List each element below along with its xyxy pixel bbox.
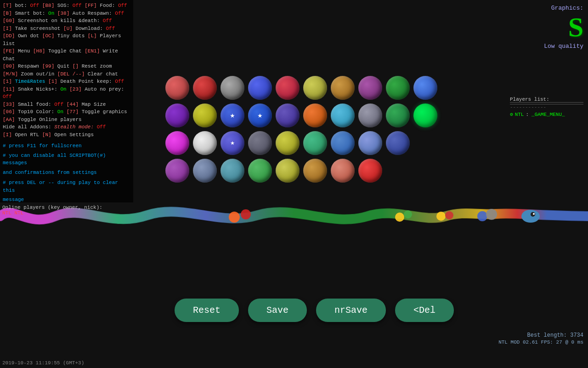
color-option[interactable]	[303, 159, 327, 183]
left-info-panel: [T] bot: Off [B8] SOS: Off [FF] Food: Of…	[0, 0, 133, 202]
color-option[interactable]	[358, 131, 382, 155]
color-option[interactable]	[386, 131, 410, 155]
svg-point-0	[229, 212, 240, 223]
quality-label: Low quality	[501, 43, 583, 50]
color-option[interactable]	[358, 76, 382, 100]
snake-svg	[0, 198, 588, 235]
info-line-12: [06] Top10 Color: On [77] Toggle graphic…	[3, 108, 130, 116]
color-option[interactable]	[193, 104, 217, 127]
color-option[interactable]	[331, 104, 355, 127]
svg-point-7	[486, 209, 497, 220]
svg-point-10	[533, 213, 535, 215]
color-option[interactable]	[165, 159, 189, 183]
online-players-section: Online players (key owner, nick): NTL NT…	[2, 205, 102, 216]
info-line-1: [T] bot: Off [B8] SOS: Off [FF] Food: Of…	[3, 2, 130, 10]
color-option[interactable]	[386, 104, 410, 127]
info-line-5: [DD] Own dot [OC] Tiny dots [L] Players …	[3, 32, 130, 47]
info-line-8: [M/N] Zoom out/in [DEL /--] Clear chat	[3, 70, 130, 78]
graphics-panel: Graphics: S Low quality	[496, 0, 588, 54]
info-line-13: [AA] Toggle Online players	[3, 116, 130, 124]
color-option[interactable]: ★	[248, 104, 272, 127]
info-line-4: [I] Take screenshot [U] Download: Off	[3, 25, 130, 33]
color-option[interactable]	[276, 76, 300, 100]
player-ntl-2: NTL	[14, 210, 23, 216]
color-option[interactable]	[358, 159, 382, 183]
press-disable-line2: and confirmations from settings	[3, 169, 130, 177]
info-line-3: [G0] Screenshot on kills &death: Off	[3, 17, 130, 25]
color-option[interactable]	[386, 76, 410, 100]
color-option[interactable]	[248, 159, 272, 183]
info-line-10: [11] Snake Nicks+: On [23] Auto no prey:…	[3, 86, 130, 101]
graphics-label: Graphics:	[501, 5, 583, 12]
color-option[interactable]	[220, 159, 244, 183]
snake-wave-area	[0, 198, 588, 235]
player-ntl-1: NTL	[2, 210, 11, 216]
player-name: NTL	[515, 112, 524, 117]
fps-line: NTL MOD 02.61 FPS: 27 @ 0 ms	[498, 339, 583, 345]
svg-point-2	[395, 213, 404, 222]
color-option[interactable]	[193, 159, 217, 183]
color-option[interactable]	[276, 131, 300, 155]
info-line-7: [00] Respawn [99] Quit [] Reset zoom	[3, 63, 130, 70]
color-option[interactable]	[358, 104, 382, 127]
player-gear-icon: ⚙	[510, 111, 513, 117]
info-line-6: [FE] Menu [H8] Toggle Chat [EN1] Write C…	[3, 47, 130, 63]
nrsave-button[interactable]: nrSave	[316, 299, 386, 322]
info-line-14: Hide all Addons: Stealth mode: Off	[3, 123, 130, 131]
color-option[interactable]	[165, 104, 189, 127]
svg-point-5	[445, 211, 453, 219]
color-option[interactable]	[413, 104, 437, 127]
svg-point-3	[404, 210, 412, 218]
online-players-label: Online players (key owner, nick):	[2, 205, 102, 210]
color-option[interactable]: ★	[220, 131, 244, 155]
color-option[interactable]	[331, 131, 355, 155]
svg-point-8	[521, 210, 540, 223]
color-option[interactable]	[413, 76, 437, 100]
color-option[interactable]	[303, 131, 327, 155]
svg-point-1	[241, 209, 251, 219]
reset-button[interactable]: Reset	[175, 299, 239, 322]
save-button[interactable]: Save	[248, 299, 307, 322]
color-option[interactable]	[303, 76, 327, 100]
del-button[interactable]: <Del	[395, 299, 454, 322]
players-list-divider: ------------	[510, 104, 583, 110]
timestamp: 2019-10-23 11:19:55 (GMT+3)	[2, 360, 84, 366]
player-entry-ntl: ⚙ NTL : _GAME_MENU_	[510, 111, 583, 117]
player-separator: :	[526, 112, 529, 117]
press-disable-line: # you can disable all SCRIPTBOT(#) messa…	[3, 152, 130, 167]
press-f11-line: # press F11 for fullscreen	[3, 142, 130, 150]
color-option[interactable]	[165, 131, 189, 155]
color-option[interactable]	[276, 159, 300, 183]
bottom-stats-panel: Best length: 3734 NTL MOD 02.61 FPS: 27 …	[498, 332, 583, 345]
color-selection-grid: ★ ★ ★	[165, 76, 439, 184]
info-line-9: [1] Time&Rates [1] Death Point keep: Off	[3, 78, 130, 86]
color-option[interactable]	[276, 104, 300, 127]
info-line-15: [I] Open RTL [N] Open Settings	[3, 131, 130, 139]
color-option[interactable]	[193, 131, 217, 155]
info-line-2: [B] Smart bot: On [38] Auto Respawn: Off	[3, 10, 130, 17]
color-option[interactable]	[248, 131, 272, 155]
color-option[interactable]	[193, 76, 217, 100]
info-line-11: [33] Small food: Off [44] Map Size	[3, 101, 130, 109]
press-del-line: # press DEL or -- during play to clear t…	[3, 179, 130, 194]
color-option[interactable]	[220, 76, 244, 100]
svg-point-4	[436, 212, 446, 221]
color-option[interactable]	[165, 76, 189, 100]
player-extra: _GAME_MENU_	[531, 112, 565, 117]
best-length-label: Best length: 3734	[498, 332, 583, 339]
players-list-title: Players list:	[510, 97, 583, 103]
players-list-panel: Players list: ------------ ⚙ NTL : _GAME…	[510, 97, 583, 117]
online-players-names: NTL NTL	[2, 210, 102, 216]
svg-point-6	[477, 211, 487, 221]
action-buttons: Reset Save nrSave <Del	[175, 299, 454, 322]
color-option[interactable]: ★	[220, 104, 244, 127]
color-option[interactable]	[331, 159, 355, 183]
color-option[interactable]	[248, 76, 272, 100]
snake-logo: S	[501, 13, 583, 41]
color-option[interactable]	[303, 104, 327, 127]
color-option[interactable]	[331, 76, 355, 100]
